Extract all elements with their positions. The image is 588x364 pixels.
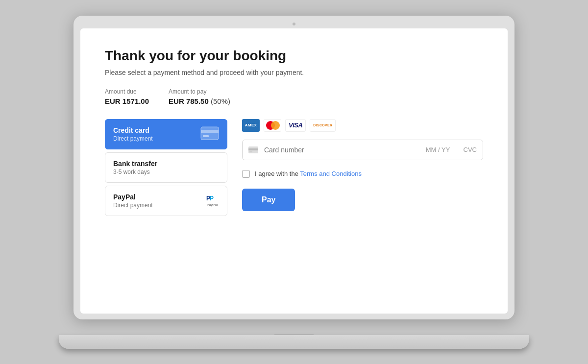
method-bank-transfer[interactable]: Bank transfer 3-5 work days	[105, 152, 227, 183]
paypal-icon: P P PayPal	[206, 194, 219, 208]
method-credit-card-sub: Direct payment	[113, 135, 153, 142]
svg-text:P: P	[210, 195, 214, 202]
laptop-screen-outer: Thank you for your booking Please select…	[74, 16, 514, 319]
credit-card-icon	[200, 126, 219, 142]
method-credit-card[interactable]: Credit card Direct payment	[105, 119, 227, 149]
discover-brand: DISCOVER	[310, 119, 336, 132]
svg-rect-2	[203, 135, 209, 137]
svg-rect-7	[248, 148, 258, 150]
amount-to-pay-block: Amount to pay EUR 785.50 (50%)	[169, 88, 230, 105]
amount-due-label: Amount due	[105, 88, 149, 95]
amount-due-value: EUR 1571.00	[105, 97, 149, 105]
payment-methods-list: Credit card Direct payment	[105, 119, 227, 219]
visa-brand: VISA	[285, 119, 306, 132]
laptop-frame: Thank you for your booking Please select…	[74, 16, 514, 349]
card-expiry-cvc: MM / YY CVC	[420, 140, 483, 160]
page-title: Thank you for your booking	[105, 48, 483, 64]
amounts-row: Amount due EUR 1571.00 Amount to pay EUR…	[105, 88, 483, 105]
terms-row: I agree with the Terms and Conditions	[242, 170, 483, 178]
mastercard-brand	[264, 119, 281, 132]
amex-brand: AMEX	[242, 119, 260, 132]
card-form-area: AMEX VISA DISCOVER	[242, 119, 483, 211]
amount-to-pay-label: Amount to pay	[169, 88, 230, 95]
payment-area: Credit card Direct payment	[105, 119, 483, 219]
laptop-camera	[293, 23, 295, 25]
page-subtitle: Please select a payment method and proce…	[105, 69, 483, 76]
card-number-row: MM / YY CVC	[242, 140, 483, 160]
page-content: Thank you for your booking Please select…	[105, 48, 483, 219]
amount-due-block: Amount due EUR 1571.00	[105, 88, 149, 105]
card-brands: AMEX VISA DISCOVER	[242, 119, 483, 132]
method-paypal-name: PayPal	[113, 193, 153, 201]
method-paypal[interactable]: PayPal Direct payment P P PayPal	[105, 186, 227, 216]
laptop-base	[59, 335, 529, 349]
method-bank-transfer-sub: 3-5 work days	[113, 169, 157, 175]
terms-link[interactable]: Terms and Conditions	[300, 170, 362, 177]
card-input-icon	[243, 140, 264, 160]
svg-rect-8	[249, 151, 252, 152]
card-number-input[interactable]	[264, 140, 420, 160]
method-paypal-sub: Direct payment	[113, 202, 153, 209]
terms-checkbox[interactable]	[242, 170, 250, 178]
pay-button[interactable]: Pay	[242, 189, 295, 211]
amount-to-pay-value: EUR 785.50 (50%)	[169, 97, 230, 105]
method-credit-card-name: Credit card	[113, 126, 153, 134]
method-bank-transfer-name: Bank transfer	[113, 160, 157, 168]
terms-text: I agree with the Terms and Conditions	[255, 170, 362, 177]
laptop-screen: Thank you for your booking Please select…	[80, 28, 508, 314]
svg-text:PayPal: PayPal	[207, 203, 218, 207]
svg-rect-1	[201, 130, 219, 133]
svg-rect-0	[201, 127, 219, 140]
